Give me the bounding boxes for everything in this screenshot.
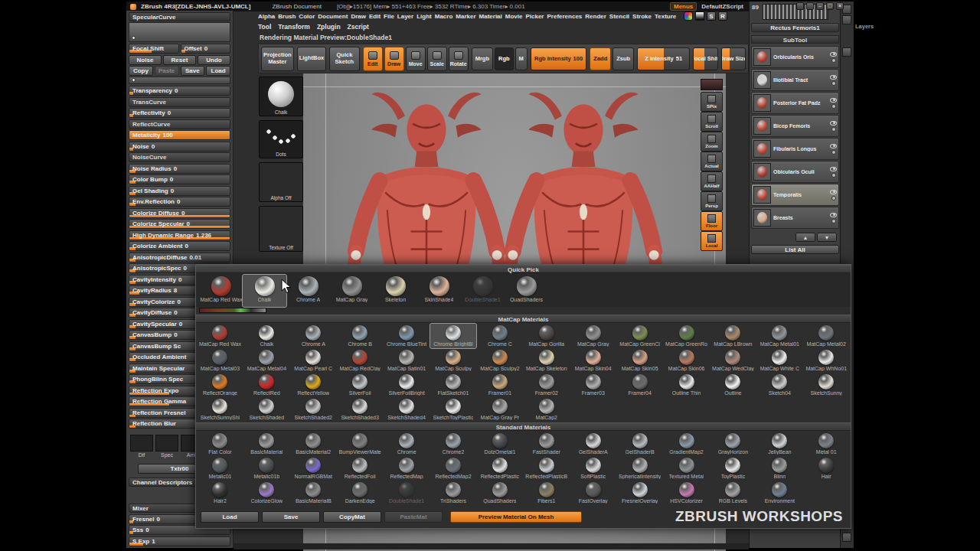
minimize-icon[interactable]: –: [816, 2, 824, 10]
tray-bottom-icon[interactable]: [842, 533, 851, 542]
menus-button[interactable]: Menus: [670, 2, 697, 11]
material-file-button[interactable]: Load: [201, 511, 259, 523]
panel-button[interactable]: Save: [181, 66, 205, 76]
material-swatch[interactable]: Chrome C: [476, 324, 523, 348]
material-swatch[interactable]: ReflectedMap: [384, 456, 430, 481]
focal-shift-slider[interactable]: Focal Shift: [693, 47, 717, 70]
subtool-header[interactable]: SubTool: [751, 35, 839, 44]
alpha-thumbnail[interactable]: Alpha Off: [259, 162, 303, 202]
material-swatch[interactable]: SketchToyPlastic: [430, 397, 477, 422]
material-swatch[interactable]: SketchShaded3: [337, 397, 384, 422]
polypaint-icon[interactable]: [831, 104, 836, 109]
menu-item[interactable]: Render: [585, 13, 606, 20]
color-mode-button[interactable]: Rgb: [495, 47, 514, 70]
material-swatch[interactable]: MatCap Gorilla: [523, 324, 570, 348]
material-swatch[interactable]: Outline Thin: [663, 373, 710, 397]
menu-item[interactable]: Texture: [655, 13, 676, 20]
material-swatch[interactable]: MatCap Sculpy2: [476, 348, 523, 373]
material-swatch[interactable]: Flat Color: [197, 432, 243, 456]
panel-button[interactable]: Copy: [129, 66, 153, 76]
material-swatch[interactable]: MatCap Metal01: [756, 324, 803, 348]
material-swatch[interactable]: MatCap White C: [756, 348, 803, 373]
material-swatch[interactable]: MatCap Gray: [570, 324, 616, 348]
material-swatch[interactable]: FlatSketch01: [430, 373, 477, 397]
material-swatch[interactable]: Framer02: [523, 373, 570, 397]
panel-button[interactable]: Load: [206, 66, 230, 76]
visibility-eye-icon[interactable]: [830, 98, 837, 103]
material-slider[interactable]: NoiseCurve: [129, 152, 230, 162]
window-icon[interactable]: [806, 2, 814, 10]
material-swatch[interactable]: Metalic01b: [243, 456, 290, 481]
view-control-button[interactable]: Local: [701, 231, 723, 251]
material-swatch[interactable]: Sketch04: [756, 373, 803, 397]
curve-strip[interactable]: [129, 77, 230, 84]
material-slider[interactable]: ReflectCurve: [129, 119, 230, 129]
material-swatch[interactable]: MatCap RedClay: [337, 348, 384, 373]
tool-mode-button[interactable]: Scale: [427, 47, 447, 71]
menu-item[interactable]: Light: [416, 13, 432, 20]
material-swatch[interactable]: SphericalIntensity: [616, 456, 663, 481]
material-swatch[interactable]: MatCap Pearl C: [290, 348, 337, 373]
material-slider[interactable]: Colorize Ambient0: [129, 241, 230, 251]
menu-item[interactable]: Draw: [351, 13, 366, 20]
material-swatch[interactable]: BasicMaterialB: [290, 481, 337, 505]
subtool-item[interactable]: Temporalis: [751, 184, 839, 206]
material-swatch[interactable]: Chrome A: [290, 324, 337, 348]
material-swatch[interactable]: Chrome: [384, 432, 430, 456]
projection-master-button[interactable]: Projection Master: [261, 47, 294, 71]
rgb-intensity-slider[interactable]: Rgb Intensity100: [531, 47, 587, 70]
material-slider[interactable]: Metalicity100: [129, 130, 230, 140]
layers-label[interactable]: Layers: [855, 23, 874, 30]
menu-item[interactable]: Color: [299, 13, 315, 20]
material-swatch[interactable]: MatCap2: [523, 397, 570, 422]
material-swatch[interactable]: SilverFoilBright: [384, 373, 430, 397]
view-control-button[interactable]: Zoom: [701, 132, 723, 152]
menu-item[interactable]: Edit: [369, 13, 381, 20]
color-picker-icon[interactable]: [684, 11, 693, 21]
panel-button[interactable]: Reset: [163, 55, 196, 65]
menu-item[interactable]: Material: [479, 13, 502, 20]
material-swatch[interactable]: MatCap Red Wax: [197, 324, 243, 348]
curve-handle[interactable]: [132, 36, 136, 40]
material-swatch[interactable]: QuadShaders: [476, 481, 523, 505]
material-swatch[interactable]: MatCap LBrown: [710, 324, 756, 348]
subtool-down-button[interactable]: ▼: [817, 233, 837, 242]
menu-item[interactable]: Preferences: [547, 13, 582, 20]
menu-item[interactable]: Alpha: [258, 13, 275, 20]
tool-mode-button[interactable]: Move: [406, 47, 426, 71]
material-swatch[interactable]: Fibers1: [523, 481, 570, 505]
visibility-eye-icon[interactable]: [830, 121, 837, 126]
visibility-eye-icon[interactable]: [830, 75, 837, 80]
material-swatch[interactable]: MatCap Satin01: [384, 348, 430, 373]
tray-divider-icon[interactable]: [842, 47, 851, 57]
material-file-button[interactable]: CopyMat: [323, 511, 381, 523]
material-swatch[interactable]: MatCap GreenCl: [616, 324, 663, 348]
material-swatch[interactable]: GelShaderB: [616, 432, 663, 456]
view-control-button[interactable]: SPix: [701, 92, 723, 112]
subtool-item[interactable]: Bicep Femoris: [751, 115, 839, 137]
material-swatch[interactable]: RGB Levels: [710, 481, 756, 505]
view-control-button[interactable]: Scroll: [701, 112, 723, 132]
curve-handle[interactable]: [132, 78, 136, 82]
polypaint-icon[interactable]: [831, 173, 836, 178]
preview-material-on-mesh-button[interactable]: Preview Material On Mesh: [450, 511, 582, 523]
material-swatch[interactable]: MatCap Skin04: [570, 348, 616, 373]
mini-slider[interactable]: Focal Shift: [129, 44, 179, 54]
menu-item[interactable]: Marker: [456, 13, 475, 20]
color-swatch[interactable]: [701, 79, 723, 90]
material-swatch[interactable]: ReflectedFoil: [337, 456, 384, 481]
material-slider[interactable]: Colorize Specular0: [129, 219, 230, 229]
material-swatch[interactable]: MatCap Skeleton: [523, 348, 570, 373]
material-slider[interactable]: TransCurve: [129, 97, 230, 107]
material-swatch[interactable]: FastShader: [523, 432, 570, 456]
material-swatch[interactable]: ReflectedPlastic: [476, 456, 523, 481]
menu-item[interactable]: Picker: [525, 13, 544, 20]
menu-item[interactable]: Zplugin: [317, 23, 341, 31]
material-swatch[interactable]: Chrome BlueTint: [384, 324, 430, 348]
panel-button[interactable]: Paste: [155, 66, 179, 76]
material-swatch[interactable]: ReflectYellow: [290, 373, 337, 397]
draw-size-slider[interactable]: Draw Size: [721, 47, 746, 70]
lightbox-button[interactable]: LightBox: [297, 47, 327, 71]
gradient-swatch-icon[interactable]: [695, 11, 704, 21]
menu-item[interactable]: Stroke: [632, 13, 652, 20]
